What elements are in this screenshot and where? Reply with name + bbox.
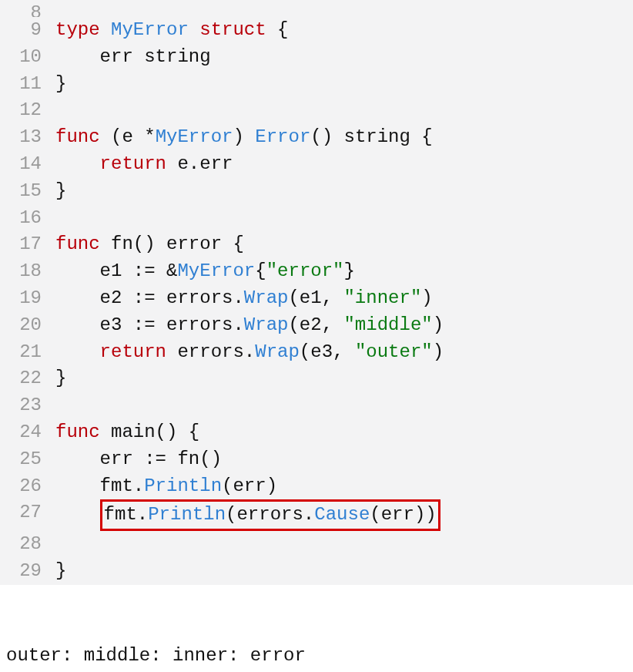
line-number: 12: [0, 97, 55, 124]
line-number: 22: [0, 365, 55, 392]
highlight-box: fmt.Println(errors.Cause(err)): [100, 499, 440, 531]
code-line: 16: [0, 205, 633, 232]
line-number: 29: [0, 558, 55, 585]
line-number: 20: [0, 312, 55, 339]
code-line: 27 fmt.Println(errors.Cause(err)): [0, 499, 633, 531]
line-number: 26: [0, 473, 55, 500]
code-line: 24 func main() {: [0, 419, 633, 446]
line-number: 21: [0, 339, 55, 366]
code-content: e3 := errors.Wrap(e2, "middle"): [55, 312, 444, 339]
code-content: fmt.Println(err): [55, 473, 277, 500]
code-line: 8: [0, 0, 633, 17]
code-content: return e.err: [55, 151, 233, 178]
code-line: 18 e1 := &MyError{"error"}: [0, 258, 633, 285]
code-content: e1 := &MyError{"error"}: [55, 258, 355, 285]
line-number: 13: [0, 124, 55, 151]
line-number: 28: [0, 531, 55, 558]
code-line: 15 }: [0, 178, 633, 205]
code-content: }: [55, 71, 66, 98]
code-line: 11 }: [0, 71, 633, 98]
line-number: 16: [0, 205, 55, 232]
code-content: return errors.Wrap(e3, "outer"): [55, 339, 444, 366]
output-line: outer: middle: inner: error: [6, 643, 627, 670]
line-number: 15: [0, 178, 55, 205]
code-content: }: [55, 558, 66, 585]
code-line: 23: [0, 392, 633, 419]
code-content: }: [55, 365, 66, 392]
code-line: 29 }: [0, 558, 633, 585]
line-number: 24: [0, 419, 55, 446]
line-number: 8: [0, 0, 55, 17]
code-content: func main() {: [55, 419, 199, 446]
code-content: e2 := errors.Wrap(e1, "inner"): [55, 285, 433, 312]
code-line: 12: [0, 97, 633, 124]
code-line: 28: [0, 531, 633, 558]
code-content: fmt.Println(errors.Cause(err)): [55, 499, 440, 531]
line-number: 10: [0, 44, 55, 71]
code-line: 17 func fn() error {: [0, 231, 633, 258]
code-content: err := fn(): [55, 446, 222, 473]
line-number: 18: [0, 258, 55, 285]
code-editor[interactable]: 8 9 type MyError struct { 10 err string …: [0, 0, 633, 585]
code-line: 25 err := fn(): [0, 446, 633, 473]
code-line: 21 return errors.Wrap(e3, "outer"): [0, 339, 633, 366]
code-content: func fn() error {: [55, 231, 244, 258]
line-number: 11: [0, 71, 55, 98]
code-line: 14 return e.err: [0, 151, 633, 178]
line-number: 17: [0, 231, 55, 258]
code-line: 10 err string: [0, 44, 633, 71]
code-line: 19 e2 := errors.Wrap(e1, "inner"): [0, 285, 633, 312]
line-number: 27: [0, 499, 55, 531]
line-number: 25: [0, 446, 55, 473]
code-content: err string: [55, 44, 211, 71]
code-content: }: [55, 178, 66, 205]
code-line: 20 e3 := errors.Wrap(e2, "middle"): [0, 312, 633, 339]
code-line: 22 }: [0, 365, 633, 392]
code-content: type MyError struct {: [55, 17, 288, 44]
code-line: 9 type MyError struct {: [0, 17, 633, 44]
code-line: 13 func (e *MyError) Error() string {: [0, 124, 633, 151]
line-number: 23: [0, 392, 55, 419]
line-number: 9: [0, 17, 55, 44]
code-line: 26 fmt.Println(err): [0, 473, 633, 500]
output-panel: outer: middle: inner: error error: [0, 585, 633, 672]
line-number: 14: [0, 151, 55, 178]
code-content: func (e *MyError) Error() string {: [55, 124, 433, 151]
line-number: 19: [0, 285, 55, 312]
